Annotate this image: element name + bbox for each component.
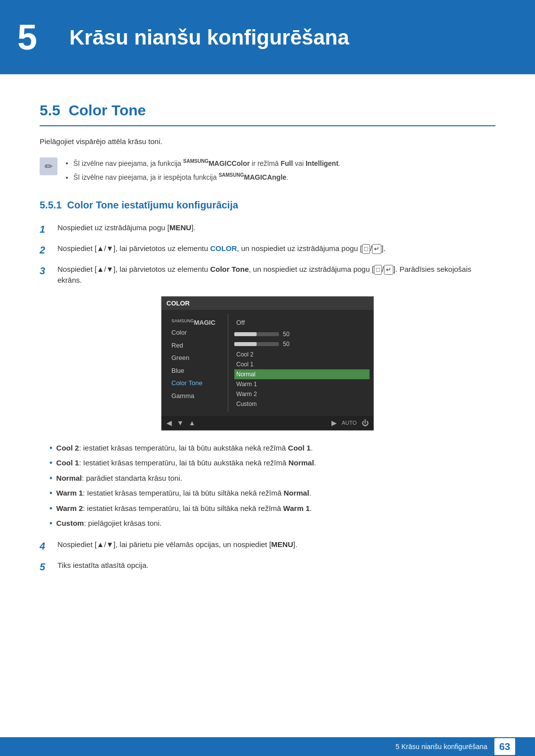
red-bar-track	[234, 332, 279, 336]
menu-item-magic-color: SAMSUNGMAGIC Color	[169, 317, 226, 338]
step-4: 4 Nospiediet [▲/▼], lai pārietu pie vēla…	[40, 539, 495, 553]
menu-separator	[228, 314, 228, 412]
subsection-heading-text: Color Tone iestatījumu konfigurācija	[67, 200, 238, 210]
note-line-2: Šī izvēlne nav pieejama, ja ir iespējota…	[73, 171, 340, 183]
step-number-3: 3	[40, 264, 51, 278]
chapter-number: 5	[17, 19, 37, 55]
option-custom-desc: Custom: pielāgojiet krāsas toni.	[50, 518, 495, 529]
option-warm1-desc: Warm 1: Iestatiet krāsas temperatūru, la…	[50, 488, 495, 499]
option-warm2-desc: Warm 2: iestatiet krāsas temperatūru, la…	[50, 503, 495, 514]
menu-item-red: Red	[169, 340, 226, 352]
step-5: 5 Tiks iestatīta atlasītā opcija.	[40, 560, 495, 574]
green-bar-fill	[234, 342, 257, 346]
steps-list-continued: 4 Nospiediet [▲/▼], lai pārietu pie vēla…	[40, 539, 495, 574]
up-arrow-icon: ▲	[189, 418, 196, 428]
step-text-5: Tiks iestatīta atlasītā opcija.	[57, 560, 149, 571]
page-number: 63	[494, 738, 515, 755]
menu-item-color-tone: Color Tone	[169, 377, 226, 389]
bottom-right-icons: ▶ AUTO ⏻	[331, 418, 369, 428]
step-number-2: 2	[40, 243, 51, 257]
footer-chapter-ref: 5 Krāsu nianšu konfigurēšana	[396, 742, 487, 752]
note-box: ✏ Šī izvēlne nav pieejama, ja funkcija S…	[40, 157, 495, 183]
section-title: 5.5 Color Tone	[40, 99, 495, 126]
subsection-number: 5.5.1	[40, 200, 67, 210]
option-cool1: Cool 1	[234, 359, 370, 369]
step-text-4: Nospiediet [▲/▼], lai pārietu pie vēlamā…	[57, 539, 297, 551]
monitor-screen: COLOR SAMSUNGMAGIC Color Red Green Blue …	[161, 296, 374, 431]
color-tone-dropdown: Cool 2 Cool 1 Normal Warm 1 Warm 2 Custo…	[234, 350, 370, 409]
down-arrow-icon: ▼	[177, 418, 184, 428]
step-text-2: Nospiediet [▲/▼], lai pārvietotos uz ele…	[57, 243, 385, 254]
left-arrow-icon: ◀	[166, 418, 172, 428]
menu-item-blue: Blue	[169, 365, 226, 377]
page-footer: 5 Krāsu nianšu konfigurēšana 63	[0, 737, 535, 756]
monitor-screenshot: COLOR SAMSUNGMAGIC Color Red Green Blue …	[40, 296, 495, 431]
right-arrow-icon: ▶	[331, 418, 337, 428]
note-lines-list: Šī izvēlne nav pieejama, ja funkcija SAM…	[65, 157, 340, 183]
option-cool2: Cool 2	[234, 350, 370, 359]
green-bar-label: 50	[283, 340, 293, 349]
power-icon: ⏻	[362, 418, 369, 428]
section-number: 5.5	[40, 102, 68, 118]
menu-items: SAMSUNGMAGIC Color Red Green Blue Color …	[161, 314, 226, 412]
option-cool2-desc: Cool 2: iestatiet krāsas temperatūru, la…	[50, 443, 495, 454]
menu-item-green: Green	[169, 352, 226, 364]
monitor-titlebar: COLOR	[161, 297, 374, 310]
step-number-1: 1	[40, 222, 51, 236]
section-intro: Pielāgojiet vispārējo attēla krāsu toni.	[40, 136, 495, 148]
option-cool1-desc: Cool 1: Iestatiet krāsas temperatūru, la…	[50, 457, 495, 469]
chapter-header: 5 Krāsu nianšu konfigurēšana	[0, 0, 535, 74]
step-text-3: Nospiediet [▲/▼], lai pārvietotos uz ele…	[57, 264, 495, 286]
steps-list: 1 Nospiediet uz izstrādājuma pogu [MENU]…	[40, 222, 495, 286]
value-magic-color: Off	[234, 317, 370, 329]
menu-values: Off 50 50	[230, 314, 374, 412]
chapter-number-box: 5	[0, 15, 54, 59]
note-line-1: Šī izvēlne nav pieejama, ja funkcija SAM…	[73, 157, 340, 169]
step-1: 1 Nospiediet uz izstrādājuma pogu [MENU]…	[40, 222, 495, 236]
monitor-body: SAMSUNGMAGIC Color Red Green Blue Color …	[161, 310, 374, 416]
red-bar-label: 50	[283, 330, 293, 339]
step-number-5: 5	[40, 560, 51, 574]
green-bar-row: 50	[234, 340, 370, 349]
step-number-4: 4	[40, 539, 51, 553]
monitor-bottom: ◀ ▼ ▲ ▶ AUTO ⏻	[161, 416, 374, 430]
option-normal-desc: Normal: parādiet standarta krāsu toni.	[50, 473, 495, 484]
option-normal: Normal	[234, 369, 370, 379]
section-heading-text: Color Tone	[68, 102, 146, 118]
note-icon: ✏	[40, 157, 57, 175]
option-warm1: Warm 1	[234, 379, 370, 389]
menu-item-gamma: Gamma	[169, 390, 226, 402]
bottom-icons: ◀ ▼ ▲	[166, 418, 196, 428]
step-3: 3 Nospiediet [▲/▼], lai pārvietotos uz e…	[40, 264, 495, 286]
subsection-title: 5.5.1 Color Tone iestatījumu konfigurāci…	[40, 198, 495, 212]
chapter-title: Krāsu nianšu konfigurēšana	[69, 22, 349, 53]
main-content: 5.5 Color Tone Pielāgojiet vispārējo att…	[0, 74, 535, 623]
option-custom: Custom	[234, 399, 370, 409]
green-bar-track	[234, 342, 279, 346]
red-bar-fill	[234, 332, 257, 336]
options-list: Cool 2: iestatiet krāsas temperatūru, la…	[50, 443, 495, 529]
step-text-1: Nospiediet uz izstrādājuma pogu [MENU].	[57, 222, 195, 234]
option-warm2: Warm 2	[234, 389, 370, 399]
red-bar-row: 50	[234, 330, 370, 339]
step-2: 2 Nospiediet [▲/▼], lai pārvietotos uz e…	[40, 243, 495, 257]
auto-text: AUTO	[342, 419, 357, 427]
